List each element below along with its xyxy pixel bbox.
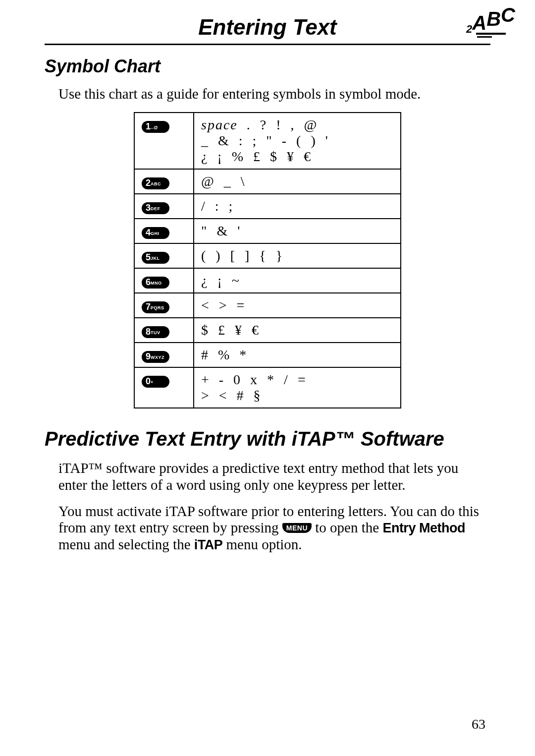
- section-title-itap: Predictive Text Entry with iTAP™ Softwar…: [45, 427, 490, 450]
- table-row: 7PQRS< > =: [134, 293, 401, 318]
- itap-p2-mid: to open the: [315, 520, 382, 535]
- phone-key-icon: 2ABC: [142, 177, 169, 189]
- symbols-cell: $ £ ¥ €: [194, 318, 401, 343]
- table-row: 2ABC@ _ \: [134, 169, 401, 194]
- key-cell: 3DEF: [134, 194, 194, 219]
- symbols-cell: @ _ \: [194, 169, 401, 194]
- phone-key-icon: 7PQRS: [142, 301, 169, 313]
- entry-method-label: Entry Method: [382, 521, 465, 535]
- symbol-chart-table: 1..@space . ? ! , @ _ & : ; " - ( ) ' ¿ …: [134, 112, 401, 408]
- phone-key-icon: 9WXYZ: [142, 351, 169, 363]
- table-row: 4GHI" & ': [134, 219, 401, 243]
- key-cell: 0+: [134, 367, 194, 408]
- phone-key-icon: 4GHI: [142, 227, 169, 239]
- symbols-cell: space . ? ! , @ _ & : ; " - ( ) ' ¿ ¡ % …: [194, 113, 401, 169]
- abc-text-entry-icon: 2ABC: [466, 14, 515, 38]
- symbols-cell: ¿ ¡ ~: [194, 268, 401, 293]
- symbols-cell: + - 0 x * / = > < # §: [194, 367, 401, 408]
- itap-paragraph-2: You must activate iTAP software prior to…: [58, 503, 490, 553]
- phone-key-icon: 0+: [142, 376, 169, 388]
- table-row: 1..@space . ? ! , @ _ & : ; " - ( ) ' ¿ …: [134, 113, 401, 169]
- phone-key-icon: 6MNO: [142, 277, 169, 289]
- page-title: Entering Text: [198, 15, 337, 39]
- symbols-cell: " & ': [194, 219, 401, 243]
- symbol-chart-intro: Use this chart as a guide for entering s…: [58, 86, 490, 102]
- key-cell: 5JKL: [134, 243, 194, 268]
- key-cell: 2ABC: [134, 169, 194, 194]
- key-cell: 9WXYZ: [134, 343, 194, 367]
- section-title-symbol-chart: Symbol Chart: [45, 56, 490, 77]
- table-row: 8TUV$ £ ¥ €: [134, 318, 401, 343]
- itap-label: iTAP: [194, 537, 223, 552]
- title-underline: Entering Text: [45, 15, 490, 45]
- phone-key-icon: 1..@: [142, 121, 169, 133]
- table-row: 0++ - 0 x * / = > < # §: [134, 367, 401, 408]
- table-row: 9WXYZ# % *: [134, 343, 401, 367]
- phone-key-icon: 5JKL: [142, 252, 169, 264]
- key-cell: 8TUV: [134, 318, 194, 343]
- symbols-cell: # % *: [194, 343, 401, 367]
- menu-key-icon: MENU: [282, 523, 312, 533]
- phone-key-icon: 8TUV: [142, 326, 169, 338]
- symbols-cell: < > =: [194, 293, 401, 318]
- itap-paragraph-1: iTAP™ software provides a predictive tex…: [58, 460, 490, 493]
- phone-key-icon: 3DEF: [142, 202, 169, 214]
- itap-p2-end: menu option.: [226, 536, 302, 552]
- key-cell: 1..@: [134, 113, 194, 169]
- symbols-cell: / : ;: [194, 194, 401, 219]
- page-number: 63: [472, 716, 485, 732]
- page-header: Entering Text 2ABC: [45, 15, 490, 45]
- symbols-cell: ( ) [ ] { }: [194, 243, 401, 268]
- table-row: 5JKL( ) [ ] { }: [134, 243, 401, 268]
- table-row: 6MNO¿ ¡ ~: [134, 268, 401, 293]
- table-row: 3DEF/ : ;: [134, 194, 401, 219]
- key-cell: 4GHI: [134, 219, 194, 243]
- key-cell: 7PQRS: [134, 293, 194, 318]
- key-cell: 6MNO: [134, 268, 194, 293]
- itap-p2-mid2: menu and selecting the: [58, 536, 194, 552]
